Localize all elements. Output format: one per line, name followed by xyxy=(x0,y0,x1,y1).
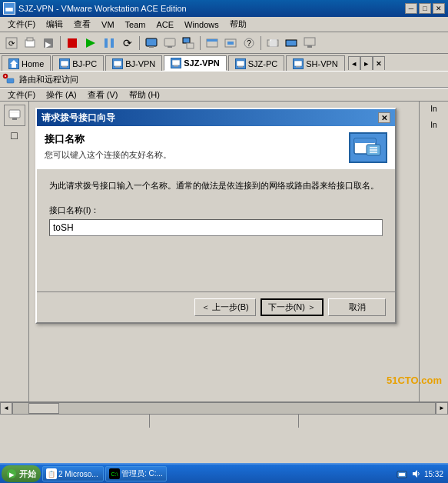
toolbar-btn-6[interactable] xyxy=(180,35,197,52)
toolbar-network-1[interactable]: ⬜ xyxy=(264,35,281,52)
taskbar-label-2: 管理员: C:... xyxy=(121,468,163,479)
toolbar-play[interactable] xyxy=(82,35,99,52)
cancel-button[interactable]: 取消 xyxy=(328,298,386,316)
menu-help[interactable]: 帮助 xyxy=(225,18,251,31)
menu-windows[interactable]: Windows xyxy=(180,19,224,30)
menu-file[interactable]: 文件(F) xyxy=(3,18,40,31)
toolbar-sep-4 xyxy=(261,36,261,50)
title-controls: ─ □ ✕ xyxy=(405,3,445,14)
sidebar-icon-1[interactable] xyxy=(4,105,25,126)
svg-rect-36 xyxy=(174,65,178,67)
dialog-field-label: 接口名称(I)： xyxy=(49,205,383,216)
tab-sjz-pc-label: SJZ-PC xyxy=(248,59,278,68)
tab-bj-vpn-icon xyxy=(112,58,123,69)
tab-prev-btn[interactable]: ◄ xyxy=(348,56,360,70)
toolbar-network-3[interactable] xyxy=(301,35,318,52)
inner-menu-file[interactable]: 文件(F) xyxy=(3,88,40,102)
inner-menu-help[interactable]: 帮助 (H) xyxy=(124,88,164,102)
dialog-close-btn[interactable]: ✕ xyxy=(378,112,390,123)
svg-rect-38 xyxy=(238,66,243,68)
toolbar-pause[interactable] xyxy=(101,35,118,52)
sub-toolbar: 路由和远程访问 xyxy=(0,71,448,88)
toolbar-btn-1[interactable]: ⟳ xyxy=(3,35,20,52)
next-button[interactable]: 下一步(N) ＞ xyxy=(261,298,324,316)
status-bar-1 xyxy=(0,414,448,428)
menu-ace[interactable]: ACE xyxy=(151,19,178,30)
tab-bj-pc-label: BJ-PC xyxy=(72,59,97,68)
svg-rect-56 xyxy=(399,473,405,476)
svg-text:⟳: ⟳ xyxy=(123,37,132,49)
svg-rect-39 xyxy=(294,61,302,66)
inner-menu-view[interactable]: 查看 (V) xyxy=(83,88,123,102)
taskbar-icon-2: C:\ xyxy=(109,468,120,479)
speaker-tray-icon xyxy=(410,468,421,479)
tab-sjz-vpn[interactable]: SJZ-VPN xyxy=(164,55,226,71)
toolbar-network-2[interactable] xyxy=(283,35,300,52)
tab-sh-vpn[interactable]: SH-VPN xyxy=(286,55,345,71)
toolbar-monitor[interactable] xyxy=(143,35,160,52)
main-content: □ 请求拨号接口向导 ✕ 接口名称 您可以键入这个连接的友好名称。 xyxy=(0,102,448,401)
tab-sjz-vpn-icon xyxy=(171,58,181,68)
toolbar-btn-2[interactable] xyxy=(22,35,38,52)
tab-bj-vpn[interactable]: BJ-VPN xyxy=(105,55,162,71)
inner-menu-action[interactable]: 操作 (A) xyxy=(41,88,81,102)
scroll-track[interactable] xyxy=(12,402,436,415)
tab-bj-vpn-label: BJ-VPN xyxy=(125,59,155,68)
taskbar-item-2[interactable]: C:\ 管理员: C:... xyxy=(105,466,167,481)
toolbar-refresh[interactable]: ⟳ xyxy=(119,35,136,52)
toolbar-btn-5[interactable] xyxy=(161,35,178,52)
dialog-title: 请求拨号接口向导 xyxy=(41,112,115,125)
svg-rect-17 xyxy=(183,38,190,43)
toolbar-team-1[interactable] xyxy=(204,35,221,52)
minimize-btn[interactable]: ─ xyxy=(405,3,417,14)
start-label: 开始 xyxy=(19,468,36,480)
tab-sjz-pc[interactable]: SJZ-PC xyxy=(228,55,285,71)
status-section-1 xyxy=(0,415,150,428)
maximize-btn[interactable]: □ xyxy=(419,3,431,14)
menu-view[interactable]: 查看 xyxy=(69,18,95,31)
close-btn[interactable]: ✕ xyxy=(433,3,445,14)
svg-rect-11 xyxy=(111,38,114,48)
watermark: 51CTO.com xyxy=(387,375,442,386)
menu-team[interactable]: Team xyxy=(121,19,151,30)
toolbar-team-3[interactable]: ? xyxy=(241,35,257,52)
dialog-header-text: 接口名称 您可以键入这个连接的友好名称。 xyxy=(45,132,171,161)
tab-home[interactable]: Home xyxy=(2,55,51,71)
start-button[interactable]: ▶ 开始 xyxy=(2,465,41,482)
taskbar-icon-1: 📋 xyxy=(46,468,57,479)
menu-vm[interactable]: VM xyxy=(97,19,119,30)
svg-rect-16 xyxy=(168,46,172,48)
system-clock: 15:32 xyxy=(424,470,443,478)
interface-name-input[interactable] xyxy=(49,219,383,236)
taskbar-item-1[interactable]: 📋 2 Microso... xyxy=(42,466,104,481)
menu-edit[interactable]: 编辑 xyxy=(41,18,68,31)
toolbar-red-square[interactable] xyxy=(64,35,81,52)
tab-bj-pc[interactable]: BJ-PC xyxy=(52,55,104,71)
svg-rect-14 xyxy=(149,46,154,48)
tab-home-icon xyxy=(8,58,19,69)
scroll-thumb[interactable] xyxy=(28,403,59,414)
dialog-footer: ＜ 上一步(B) 下一步(N) ＞ 取消 xyxy=(37,291,395,322)
tabs-bar: Home BJ-PC BJ-VPN SJZ-VPN SJZ-PC SH-VPN … xyxy=(0,54,448,71)
window-title: SJZ-VPN - VMware Workstation ACE Edition xyxy=(18,4,187,13)
svg-rect-15 xyxy=(164,38,175,46)
scroll-left-btn[interactable]: ◄ xyxy=(0,402,12,415)
scroll-right-btn[interactable]: ► xyxy=(436,402,448,415)
svg-rect-31 xyxy=(61,61,68,66)
toolbar-team-2[interactable] xyxy=(222,35,239,52)
tab-next-btn[interactable]: ► xyxy=(360,56,373,70)
title-bar: SJZ-VPN - VMware Workstation ACE Edition… xyxy=(0,0,448,17)
sidebar-minus[interactable]: □ xyxy=(9,128,18,143)
wizard-dialog: 请求拨号接口向导 ✕ 接口名称 您可以键入这个连接的友好名称。 xyxy=(35,108,397,324)
status-section-2 xyxy=(150,415,300,428)
svg-rect-33 xyxy=(114,61,121,66)
svg-rect-34 xyxy=(115,66,120,68)
dialog-spacer xyxy=(49,236,383,282)
svg-text:⬜: ⬜ xyxy=(269,38,278,48)
toolbar-sep-3 xyxy=(200,36,201,50)
toolbar-btn-3[interactable]: ▶ xyxy=(40,35,57,52)
menu-bar: 文件(F) 编辑 查看 VM Team ACE Windows 帮助 xyxy=(0,17,448,32)
toolbar-sep-2 xyxy=(139,36,140,50)
tab-close-btn[interactable]: ✕ xyxy=(373,56,385,70)
back-button[interactable]: ＜ 上一步(B) xyxy=(194,298,256,316)
